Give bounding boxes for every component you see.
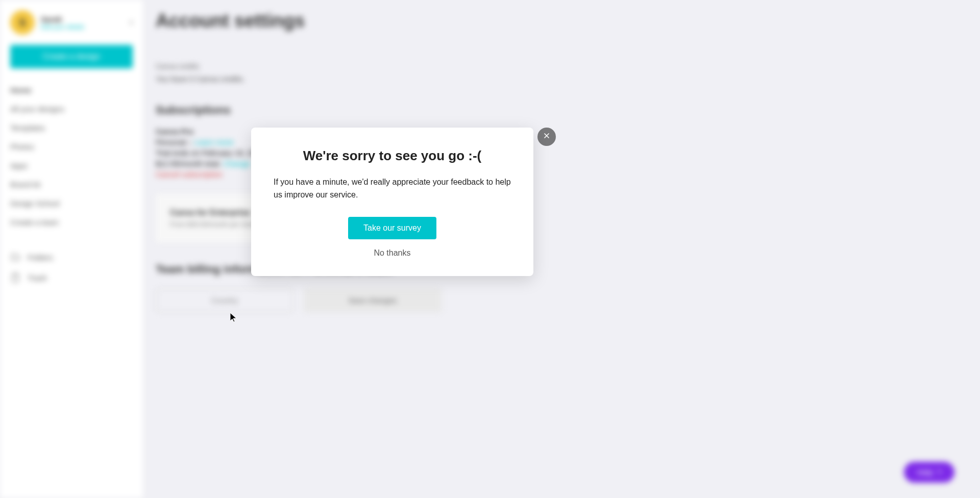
no-thanks-button[interactable]: No thanks [274,248,511,258]
close-icon [543,132,551,142]
modal-title: We're sorry to see you go :-( [274,148,511,164]
modal-body: If you have a minute, we'd really apprec… [274,176,511,202]
survey-modal: We're sorry to see you go :-( If you hav… [251,128,533,276]
close-modal-button[interactable] [537,128,556,146]
take-survey-button[interactable]: Take our survey [348,217,436,239]
